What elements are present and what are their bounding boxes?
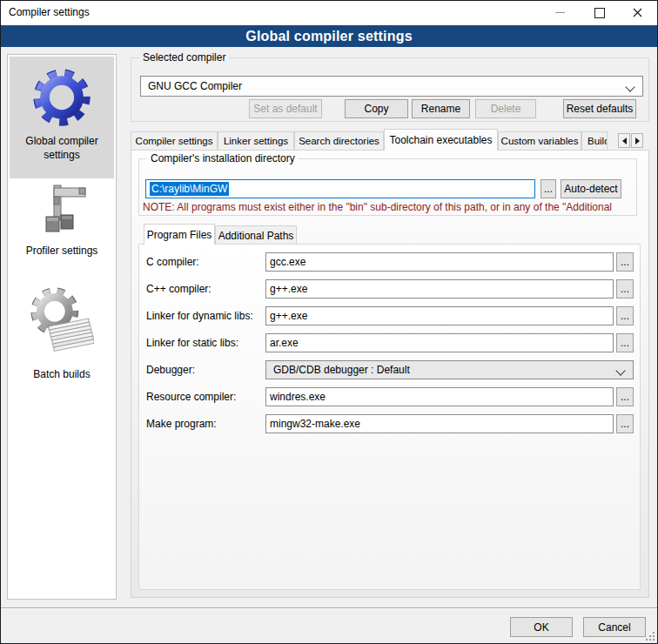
- make-program-label: Make program:: [146, 414, 217, 433]
- copy-button[interactable]: Copy: [345, 99, 408, 118]
- window-title: Compiler settings: [9, 6, 90, 18]
- debugger-value: GDB/CDB debugger : Default: [273, 364, 410, 376]
- subtab-program-files[interactable]: Program Files: [144, 224, 215, 245]
- c-compiler-label: C compiler:: [146, 252, 199, 272]
- tab-search-directories[interactable]: Search directories: [294, 131, 384, 150]
- chevron-down-icon: [625, 82, 634, 91]
- sidebar-item-label: Profiler settings: [10, 244, 114, 258]
- delete-button[interactable]: Delete: [475, 99, 536, 118]
- sidebar-item-label: Batch builds: [10, 367, 114, 381]
- footer-divider: [1, 607, 657, 609]
- installation-directory-group-label: Compiler's installation directory: [147, 152, 299, 164]
- linker-static-label: Linker for static libs:: [146, 333, 238, 352]
- resource-compiler-value: windres.exe: [270, 391, 326, 403]
- sidebar-item-global-compiler-settings[interactable]: Global compiler settings: [10, 57, 114, 178]
- installation-directory-value: C:\raylib\MinGW: [150, 182, 229, 196]
- tab-scroll-left-button[interactable]: [618, 133, 630, 148]
- resource-compiler-browse-button[interactable]: ...: [616, 387, 634, 406]
- resource-compiler-input[interactable]: windres.exe: [265, 387, 614, 406]
- close-button[interactable]: [618, 1, 657, 24]
- maximize-icon: [594, 8, 605, 18]
- set-as-default-button[interactable]: Set as default: [249, 99, 322, 118]
- auto-detect-button[interactable]: Auto-detect: [561, 179, 621, 198]
- linker-static-input[interactable]: ar.exe: [265, 333, 614, 352]
- tab-compiler-settings[interactable]: Compiler settings: [131, 131, 218, 150]
- program-files-panel: C compiler: gcc.exe ... C++ compiler: g+…: [138, 244, 641, 590]
- compiler-select[interactable]: GNU GCC Compiler: [140, 76, 643, 97]
- linker-dynamic-browse-button[interactable]: ...: [616, 306, 634, 325]
- selected-compiler-group: Selected compiler GNU GCC Compiler Set a…: [131, 57, 649, 122]
- linker-dynamic-input[interactable]: g++.exe: [265, 306, 614, 325]
- cpp-compiler-value: g++.exe: [270, 283, 307, 295]
- gear-icon: [28, 64, 96, 131]
- resize-grip[interactable]: [646, 632, 655, 641]
- resource-compiler-label: Resource compiler:: [146, 387, 236, 406]
- cancel-button[interactable]: Cancel: [583, 617, 646, 637]
- linker-dynamic-label: Linker for dynamic libs:: [146, 306, 253, 325]
- minimize-icon: [555, 12, 565, 13]
- cpp-compiler-label: C++ compiler:: [146, 279, 212, 299]
- ok-button[interactable]: OK: [510, 617, 573, 637]
- tab-build-options-clipped[interactable]: Build: [581, 131, 608, 150]
- sidebar-item-label: Global compiler settings: [10, 134, 114, 162]
- c-compiler-value: gcc.exe: [270, 256, 306, 268]
- make-program-input[interactable]: mingw32-make.exe: [265, 414, 614, 433]
- settings-sidebar: Global compiler settings Profiler settin…: [7, 54, 117, 600]
- banner-title: Global compiler settings: [245, 29, 413, 44]
- tab-toolchain-executables[interactable]: Toolchain executables: [384, 129, 498, 151]
- title-bar: Compiler settings: [0, 0, 658, 25]
- debugger-select[interactable]: GDB/CDB debugger : Default: [265, 360, 634, 379]
- rename-button[interactable]: Rename: [412, 99, 470, 118]
- subtab-additional-paths[interactable]: Additional Paths: [215, 225, 297, 245]
- tab-scroll-right-button[interactable]: [631, 133, 643, 148]
- arrow-left-icon: [622, 138, 627, 144]
- linker-static-value: ar.exe: [270, 337, 299, 349]
- c-compiler-input[interactable]: gcc.exe: [265, 252, 614, 272]
- compiler-select-value: GNU GCC Compiler: [148, 80, 242, 92]
- reset-defaults-button[interactable]: Reset defaults: [563, 99, 636, 118]
- installation-note: NOTE: All programs must exist either in …: [143, 201, 644, 213]
- batch-builds-icon: [30, 286, 94, 352]
- toolchain-executables-page: Compiler's installation directory C:\ray…: [131, 150, 649, 598]
- dialog-banner: Global compiler settings: [0, 25, 658, 47]
- make-program-value: mingw32-make.exe: [270, 418, 360, 430]
- chevron-down-icon: [615, 366, 625, 375]
- linker-static-browse-button[interactable]: ...: [616, 333, 634, 352]
- tab-linker-settings[interactable]: Linker settings: [218, 131, 294, 150]
- debugger-label: Debugger:: [146, 360, 195, 379]
- tab-custom-variables[interactable]: Custom variables: [498, 131, 581, 150]
- minimize-button[interactable]: [540, 1, 580, 24]
- maximize-button[interactable]: [580, 1, 619, 24]
- linker-dynamic-value: g++.exe: [270, 310, 307, 322]
- cpp-compiler-browse-button[interactable]: ...: [616, 279, 634, 299]
- sidebar-item-batch-builds[interactable]: Batch builds: [10, 283, 114, 387]
- installation-directory-browse-button[interactable]: ...: [540, 179, 556, 198]
- installation-directory-input[interactable]: C:\raylib\MinGW: [145, 179, 535, 198]
- close-icon: [633, 8, 642, 17]
- make-program-browse-button[interactable]: ...: [616, 414, 634, 433]
- cpp-compiler-input[interactable]: g++.exe: [265, 279, 614, 299]
- arrow-right-icon: [635, 138, 640, 144]
- caliper-icon: [36, 184, 88, 234]
- sidebar-item-profiler-settings[interactable]: Profiler settings: [10, 182, 114, 279]
- selected-compiler-group-label: Selected compiler: [139, 51, 229, 64]
- c-compiler-browse-button[interactable]: ...: [616, 252, 634, 272]
